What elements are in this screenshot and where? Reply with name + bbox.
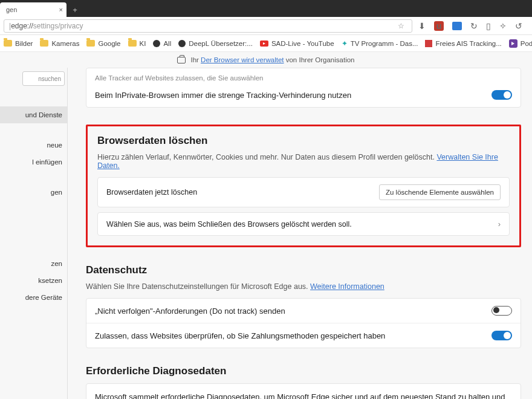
tracking-card: Alle Tracker auf Websites zulassen, die …	[86, 68, 521, 108]
fav-kameras[interactable]: Kameras	[40, 40, 79, 47]
history-icon[interactable]: ↺	[515, 21, 522, 31]
sidebar-item[interactable]: dere Geräte	[0, 289, 67, 306]
clear-now-row: Browserdaten jetzt löschen Zu löschende …	[97, 177, 510, 207]
dnt-label: „Nicht verfolgen"-Anforderungen (Do not …	[95, 307, 485, 316]
fav-google[interactable]: Google	[86, 40, 120, 47]
inprivate-strict-row: Beim InPrivate-Browsen immer die strenge…	[86, 83, 521, 107]
sidebar-item[interactable]: gen	[0, 184, 67, 201]
fav-all[interactable]: All	[153, 40, 171, 47]
sidebar-item-privacy[interactable]: und Dienste	[0, 106, 67, 123]
payment-check-label: Zulassen, dass Websites überprüfen, ob S…	[95, 331, 485, 340]
clear-data-title: Browserdaten löschen	[97, 135, 510, 147]
favorites-bar: Bilder Kameras Google KI All DeepL Übers…	[0, 35, 532, 52]
tv-icon: ✦	[342, 39, 348, 48]
podimo-icon	[509, 39, 517, 48]
dnt-toggle[interactable]	[491, 306, 512, 316]
favorite-star-icon[interactable]: ☆	[395, 22, 407, 30]
browser-tab[interactable]: gen ×	[0, 2, 66, 17]
settings-search-input[interactable]: nsuchen	[22, 71, 65, 86]
sidebar-item[interactable]: ksetzen	[0, 272, 67, 289]
privacy-subtext: Wählen Sie Ihre Datenschutzeinstellungen…	[86, 282, 521, 291]
refresh-icon[interactable]: ↻	[470, 21, 478, 31]
clear-on-close-label: Wählen Sie aus, was beim Schließen des B…	[106, 220, 498, 229]
download-icon[interactable]: ⬇	[418, 21, 426, 31]
settings-sidebar: nsuchen und Dienste neue l einfügen gen …	[0, 68, 68, 399]
sidebar-item[interactable]: zen	[0, 255, 67, 272]
new-tab-button[interactable]: +	[66, 2, 83, 17]
sidebar-item[interactable]: neue	[0, 137, 67, 154]
collections-icon[interactable]: ✧	[499, 21, 507, 31]
address-bar[interactable]: | edge://settings/privacy ☆	[4, 19, 412, 33]
payment-check-toggle[interactable]	[491, 331, 512, 340]
url-scheme: edge://	[11, 22, 33, 30]
url-path: settings/privacy	[33, 22, 83, 30]
chevron-right-icon: ›	[498, 219, 501, 229]
clear-data-subtext: Hierzu zählen Verlauf, Kennwörter, Cooki…	[97, 153, 510, 170]
clear-now-label: Browserdaten jetzt löschen	[106, 188, 379, 196]
privacy-section: Datenschutz Wählen Sie Ihre Datenschutze…	[86, 264, 521, 348]
payment-check-row: Zulassen, dass Websites überprüfen, ob S…	[86, 323, 521, 348]
address-bar-row: | edge://settings/privacy ☆ ⬇ u ↻ ▯ ✧ ↺	[0, 17, 532, 35]
settings-panel: Alle Tracker auf Websites zulassen, die …	[68, 68, 532, 399]
tracker-note: Alle Tracker auf Websites zulassen, die …	[86, 68, 521, 83]
toolbar-icons: ⬇ u ↻ ▯ ✧ ↺	[412, 21, 528, 31]
managed-banner: Ihr Der Browser wird verwaltet von Ihrer…	[0, 52, 532, 68]
clear-on-close-row[interactable]: Wählen Sie aus, was beim Schließen des B…	[97, 212, 510, 236]
ublock-icon[interactable]: u	[434, 21, 444, 31]
inprivate-strict-label: Beim InPrivate-Browsen immer die strenge…	[95, 91, 485, 100]
close-icon[interactable]: ×	[59, 6, 63, 13]
fav-ais[interactable]: Freies AIS Tracking...	[425, 40, 501, 47]
briefcase-icon	[177, 57, 186, 63]
choose-what-to-clear-button[interactable]: Zu löschende Elemente auswählen	[379, 184, 501, 200]
managed-link[interactable]: Der Browser wird verwaltet	[201, 56, 284, 63]
privacy-more-link[interactable]: Weitere Informationen	[310, 282, 384, 291]
tab-title: gen	[6, 6, 17, 13]
extension-icon[interactable]	[452, 22, 462, 30]
ai-icon	[178, 40, 186, 47]
dnt-row: „Nicht verfolgen"-Anforderungen (Do not …	[86, 299, 521, 323]
fav-youtube[interactable]: SAD-Live - YouTube	[260, 40, 334, 47]
ai-icon	[153, 40, 160, 47]
folder-icon	[4, 40, 12, 47]
reader-icon[interactable]: ▯	[486, 21, 491, 31]
fav-ki[interactable]: KI	[128, 40, 146, 47]
folder-icon	[86, 40, 95, 47]
youtube-icon	[260, 41, 268, 47]
folder-icon	[128, 40, 137, 47]
fav-deepl[interactable]: DeepL Übersetzer:...	[178, 40, 253, 47]
fav-bilder[interactable]: Bilder	[4, 40, 33, 47]
diagnostics-body: Microsoft sammelt erforderliche Diagnose…	[95, 391, 512, 399]
fav-tv[interactable]: ✦TV Programm - Das...	[342, 39, 418, 48]
fav-podimo[interactable]: Podimo Player	[509, 39, 532, 48]
sidebar-item[interactable]: l einfügen	[0, 154, 67, 170]
privacy-card: „Nicht verfolgen"-Anforderungen (Do not …	[86, 298, 521, 348]
flag-icon	[425, 40, 432, 47]
diagnostics-section: Erforderliche Diagnosedaten Microsoft sa…	[86, 365, 521, 399]
clear-data-section: Browserdaten löschen Hierzu zählen Verla…	[86, 125, 521, 247]
diagnostics-card: Microsoft sammelt erforderliche Diagnose…	[86, 383, 521, 399]
privacy-title: Datenschutz	[86, 264, 521, 276]
inprivate-strict-toggle[interactable]	[491, 90, 512, 100]
tab-bar: gen × +	[0, 0, 532, 17]
folder-icon	[40, 40, 48, 47]
diagnostics-title: Erforderliche Diagnosedaten	[86, 365, 521, 377]
